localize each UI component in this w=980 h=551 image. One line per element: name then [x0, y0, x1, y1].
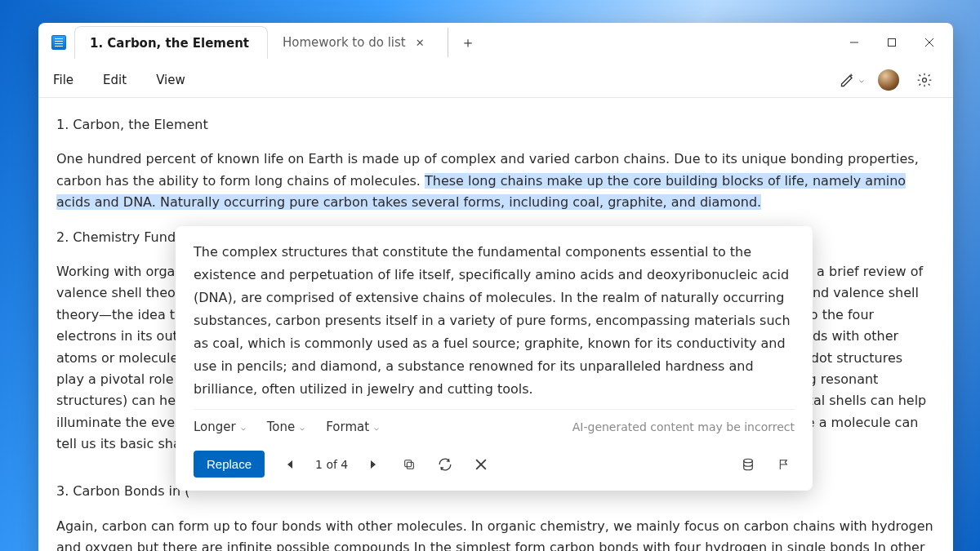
rewrite-suggestion-text: The complex structures that constitute t… — [194, 241, 795, 409]
paragraph-2-right: de a brief review of ound valence shell … — [796, 261, 935, 455]
discard-icon[interactable] — [470, 454, 492, 475]
user-avatar[interactable] — [878, 69, 899, 91]
close-button[interactable] — [911, 26, 948, 59]
menubar: File Edit View ⌵ — [38, 62, 953, 98]
ai-rewrite-popup: The complex structures that constitute t… — [176, 226, 813, 491]
window-controls — [835, 26, 953, 59]
notepad-app-icon — [51, 35, 66, 50]
svg-rect-8 — [405, 460, 412, 466]
chevron-down-icon: ⌵ — [374, 423, 379, 432]
menu-view[interactable]: View — [156, 68, 200, 92]
settings-button[interactable] — [911, 66, 938, 94]
add-tab-button[interactable]: ＋ — [448, 28, 477, 57]
paragraph-2-left: Working with organi valence shell theory… — [56, 261, 195, 455]
svg-point-11 — [744, 459, 753, 463]
data-usage-icon[interactable] — [737, 454, 759, 475]
ai-disclaimer: AI-generated content may be incorrect — [572, 420, 795, 433]
tone-option[interactable]: Tone ⌵ — [267, 420, 305, 434]
svg-marker-6 — [371, 460, 376, 469]
prev-suggestion-button[interactable] — [279, 454, 301, 475]
maximize-button[interactable] — [873, 26, 911, 59]
svg-rect-1 — [889, 39, 896, 47]
tab-strip: 1. Carbon, the Element Homework to do li… — [74, 26, 835, 59]
rewrite-footer: Replace 1 of 4 — [194, 446, 795, 478]
replace-button[interactable]: Replace — [194, 451, 265, 478]
svg-rect-7 — [408, 462, 414, 469]
paragraph-1: One hundred percent of known life on Ear… — [56, 149, 935, 213]
close-icon[interactable]: ✕ — [416, 37, 425, 49]
titlebar: 1. Carbon, the Element Homework to do li… — [38, 23, 953, 62]
menu-edit[interactable]: Edit — [103, 68, 141, 92]
chevron-down-icon: ⌵ — [859, 75, 864, 84]
heading-1: 1. Carbon, the Element — [56, 114, 935, 136]
chevron-down-icon: ⌵ — [300, 423, 305, 432]
svg-point-4 — [923, 78, 927, 82]
tab-inactive[interactable]: Homework to do list ✕ — [268, 26, 443, 59]
feedback-flag-icon[interactable] — [773, 454, 795, 475]
length-option[interactable]: Longer ⌵ — [194, 420, 246, 434]
chevron-down-icon: ⌵ — [241, 423, 246, 432]
minimize-button[interactable] — [835, 26, 873, 59]
regenerate-icon[interactable] — [434, 454, 456, 475]
svg-marker-5 — [287, 460, 292, 469]
tab-label: 1. Carbon, the Element — [90, 36, 249, 51]
rewrite-options-row: Longer ⌵ Tone ⌵ Format ⌵ AI-generated co… — [194, 409, 795, 446]
tab-active[interactable]: 1. Carbon, the Element — [74, 26, 268, 59]
format-option[interactable]: Format ⌵ — [326, 420, 379, 434]
paragraph-3: Again, carbon can form up to four bonds … — [56, 516, 935, 551]
pager-label: 1 of 4 — [315, 458, 348, 471]
tab-label: Homework to do list — [283, 35, 406, 50]
menu-file[interactable]: File — [53, 68, 88, 92]
next-suggestion-button[interactable] — [363, 454, 384, 475]
ai-rewrite-button[interactable]: ⌵ — [832, 66, 871, 94]
copy-icon[interactable] — [399, 454, 420, 475]
